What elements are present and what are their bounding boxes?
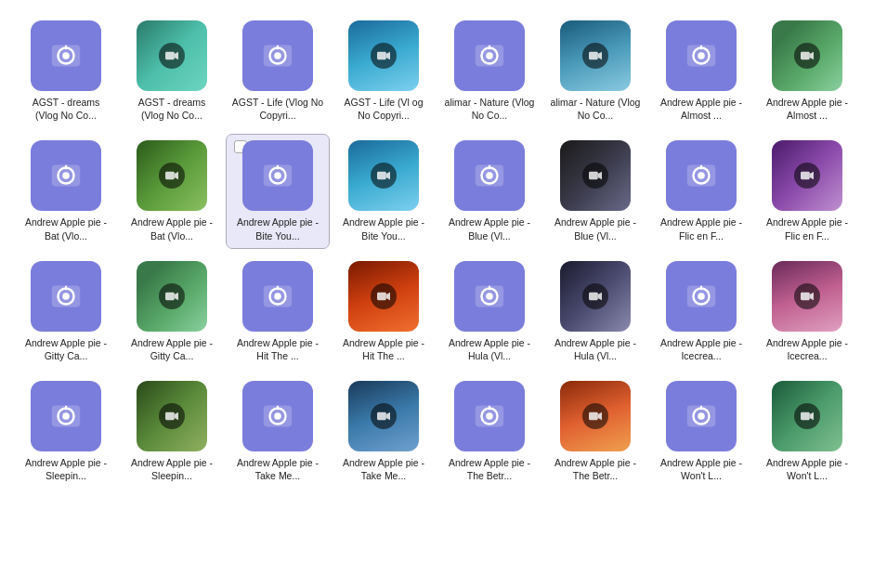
media-item-11[interactable]: Andrew Apple pie - Bite You... [227,135,329,247]
svg-rect-28 [165,172,175,179]
item-label: AGST - Life (Vl og No Copyri... [337,96,430,122]
media-item-30[interactable]: Andrew Apple pie - The Betr... [544,375,646,488]
svg-point-92 [698,412,705,420]
svg-rect-93 [700,406,702,411]
svg-rect-52 [165,292,175,299]
item-label: Andrew Apple pie - Blue (Vl... [443,216,536,242]
item-label: AGST - dreams (Vlog No Co... [20,96,112,122]
svg-rect-9 [277,46,279,50]
svg-rect-4 [165,52,175,59]
media-item-14[interactable]: Andrew Apple pie - Blue (Vl... [544,135,646,247]
media-item-5[interactable]: alimar - Nature (Vlog No Co... [438,15,541,127]
svg-point-14 [486,52,493,59]
svg-rect-57 [277,285,279,290]
media-item-16[interactable]: Andrew Apple pie - Flic en F... [756,135,858,247]
item-label: Andrew Apple pie - Bat (Vlo... [20,216,112,242]
svg-point-74 [62,412,70,420]
svg-rect-76 [165,412,175,420]
item-label: Andrew Apple pie - Won't L... [655,456,748,482]
svg-marker-29 [175,172,178,179]
svg-marker-5 [175,52,178,59]
svg-point-2 [62,52,70,59]
svg-marker-53 [175,292,178,299]
item-label: Andrew Apple pie - Almost ... [761,96,854,122]
svg-marker-35 [386,172,390,179]
svg-rect-87 [489,406,490,411]
svg-rect-34 [377,172,386,179]
media-item-20[interactable]: Andrew Apple pie - Hit The ... [333,255,435,368]
media-item-25[interactable]: Andrew Apple pie - Sleepin... [15,375,117,488]
svg-rect-46 [801,172,810,179]
media-item-6[interactable]: alimar - Nature (Vlog No Co... [544,15,646,127]
item-label: AGST - dreams (Vlog No Co... [125,96,218,122]
media-item-27[interactable]: Andrew Apple pie - Take Me... [227,375,329,488]
media-item-4[interactable]: AGST - Life (Vl og No Copyri... [333,15,435,127]
media-item-23[interactable]: Andrew Apple pie - Icecrea... [650,255,752,368]
media-item-12[interactable]: Andrew Apple pie - Bite You... [333,135,435,247]
svg-point-56 [274,293,281,300]
media-grid: AGST - dreams (Vlog No Co... AGST - drea… [15,15,872,488]
media-item-8[interactable]: Andrew Apple pie - Almost ... [756,15,858,127]
media-item-29[interactable]: Andrew Apple pie - The Betr... [438,375,541,488]
item-label: Andrew Apple pie - Icecrea... [655,336,748,362]
media-item-18[interactable]: Andrew Apple pie - Gitty Ca... [121,255,223,368]
svg-marker-71 [810,292,814,299]
media-item-13[interactable]: Andrew Apple pie - Blue (Vl... [438,135,541,247]
svg-marker-83 [386,412,390,420]
item-label: Andrew Apple pie - Hula (Vl... [443,336,536,362]
svg-rect-63 [489,285,490,290]
item-label: Andrew Apple pie - Won't L... [761,456,854,482]
svg-rect-16 [589,52,598,59]
media-item-24[interactable]: Andrew Apple pie - Icecrea... [756,255,858,368]
item-label: Andrew Apple pie - Blue (Vl... [549,216,642,242]
svg-rect-82 [377,412,386,420]
media-item-2[interactable]: AGST - dreams (Vlog No Co... [121,15,223,127]
svg-point-80 [274,412,281,420]
media-item-21[interactable]: Andrew Apple pie - Hula (Vl... [438,255,541,368]
svg-point-62 [486,293,493,300]
svg-rect-15 [489,46,490,50]
media-item-26[interactable]: Andrew Apple pie - Sleepin... [121,375,223,488]
svg-rect-75 [65,406,67,411]
media-item-15[interactable]: Andrew Apple pie - Flic en F... [650,135,752,247]
item-label: alimar - Nature (Vlog No Co... [549,96,642,122]
item-label: Andrew Apple pie - Almost ... [655,96,748,122]
media-item-32[interactable]: Andrew Apple pie - Won't L... [756,375,858,488]
svg-rect-88 [589,412,598,420]
svg-point-44 [698,173,705,180]
svg-point-32 [274,173,281,180]
svg-marker-59 [386,292,390,299]
svg-point-20 [698,52,705,59]
item-label: Andrew Apple pie - The Betr... [443,456,536,482]
item-label: Andrew Apple pie - Bite You... [337,216,430,242]
item-label: AGST - Life (Vlog No Copyri... [231,96,324,122]
media-item-3[interactable]: AGST - Life (Vlog No Copyri... [227,15,329,127]
media-item-1[interactable]: AGST - dreams (Vlog No Co... [15,15,117,127]
svg-marker-95 [810,412,814,420]
item-label: Andrew Apple pie - Hit The ... [337,336,430,362]
media-item-31[interactable]: Andrew Apple pie - Won't L... [650,375,752,488]
svg-point-86 [486,412,493,420]
svg-rect-94 [801,412,810,420]
item-label: Andrew Apple pie - Gitty Ca... [20,336,112,362]
media-item-19[interactable]: Andrew Apple pie - Hit The ... [227,255,329,368]
media-item-17[interactable]: Andrew Apple pie - Gitty Ca... [15,255,117,368]
media-item-28[interactable]: Andrew Apple pie - Take Me... [333,375,435,488]
svg-rect-27 [65,165,67,170]
svg-rect-69 [700,285,702,290]
media-item-7[interactable]: Andrew Apple pie - Almost ... [650,15,752,127]
svg-rect-33 [277,165,279,170]
item-label: alimar - Nature (Vlog No Co... [443,96,536,122]
svg-marker-11 [386,52,390,59]
item-label: Andrew Apple pie - Bat (Vlo... [125,216,218,242]
svg-rect-21 [700,46,702,50]
svg-rect-81 [277,406,279,411]
media-item-22[interactable]: Andrew Apple pie - Hula (Vl... [544,255,646,368]
item-label: Andrew Apple pie - Icecrea... [761,336,854,362]
svg-point-50 [62,293,70,300]
item-label: Andrew Apple pie - Take Me... [231,456,324,482]
item-label: Andrew Apple pie - Hula (Vl... [549,336,642,362]
svg-rect-39 [489,165,490,170]
media-item-9[interactable]: Andrew Apple pie - Bat (Vlo... [15,135,117,247]
media-item-10[interactable]: Andrew Apple pie - Bat (Vlo... [121,135,223,247]
